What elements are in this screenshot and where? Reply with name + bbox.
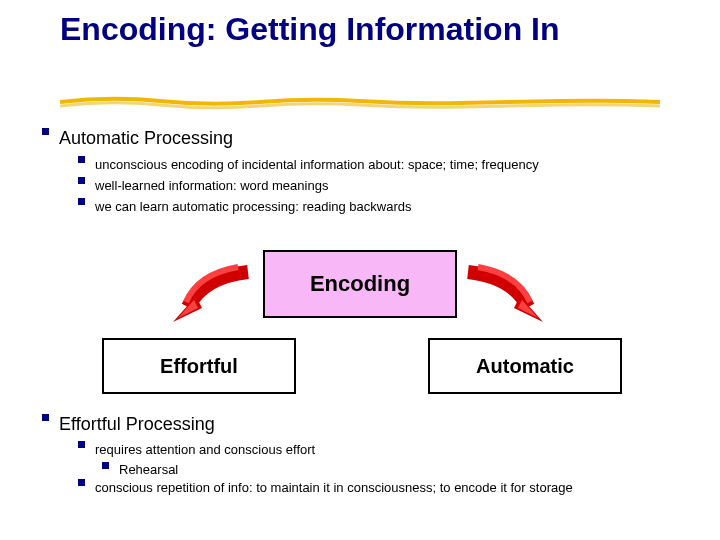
bullet-text: well-learned information: word meanings xyxy=(95,177,328,196)
title-underline xyxy=(60,94,660,104)
bullet-icon xyxy=(78,198,85,205)
bullet-text: Rehearsal xyxy=(119,462,178,477)
bullet-text: conscious repetition of info: to maintai… xyxy=(95,479,573,498)
bullet-icon xyxy=(78,156,85,163)
diagram-box-left: Effortful xyxy=(102,338,296,394)
bullet-text: requires attention and conscious effort xyxy=(95,441,315,460)
section-effortful-heading: Effortful Processing xyxy=(42,414,215,437)
slide: Encoding: Getting Information In Automat… xyxy=(0,0,720,540)
bullet-icon xyxy=(78,479,85,486)
bullet-text: we can learn automatic processing: readi… xyxy=(95,198,412,217)
bullet-icon xyxy=(102,462,109,469)
arrow-left-icon xyxy=(168,262,263,332)
section-effortful-bullets: requires attention and conscious effort … xyxy=(78,441,573,500)
bullet-text: unconscious encoding of incidental infor… xyxy=(95,156,539,175)
page-title: Encoding: Getting Information In xyxy=(60,12,560,47)
heading-text: Automatic Processing xyxy=(59,128,233,149)
diagram-box-right: Automatic xyxy=(428,338,622,394)
section-automatic-bullets: unconscious encoding of incidental infor… xyxy=(78,156,539,219)
bullet-icon xyxy=(78,177,85,184)
section-automatic-heading: Automatic Processing xyxy=(42,128,233,151)
bullet-icon xyxy=(42,128,49,135)
arrow-right-icon xyxy=(453,262,548,332)
bullet-icon xyxy=(78,441,85,448)
heading-text: Effortful Processing xyxy=(59,414,215,435)
diagram-box-center: Encoding xyxy=(263,250,457,318)
bullet-icon xyxy=(42,414,49,421)
